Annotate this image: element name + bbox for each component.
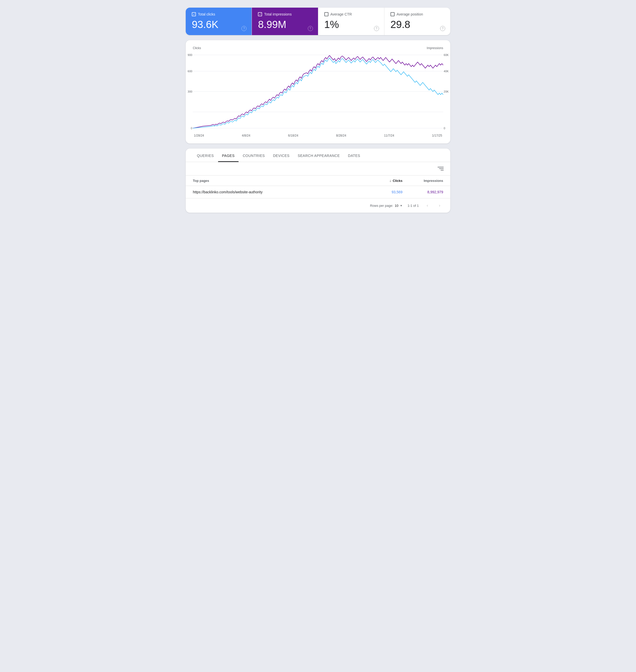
total-impressions-label: ✓ Total impressions <box>258 12 312 16</box>
table-card: QUERIES PAGES COUNTRIES DEVICES SEARCH A… <box>186 148 450 212</box>
avg-position-help-icon[interactable]: ? <box>440 26 445 31</box>
left-axis-label: Clicks <box>193 46 201 50</box>
svg-text:0: 0 <box>191 127 192 130</box>
tab-devices[interactable]: DEVICES <box>269 148 294 162</box>
x-label-4: 8/28/24 <box>336 134 346 137</box>
total-impressions-checkbox[interactable]: ✓ <box>258 12 262 16</box>
chart-svg: 900 600 300 0 60K 40K 20K 0 <box>193 51 443 132</box>
total-clicks-label: ✓ Total clicks <box>192 12 245 16</box>
cell-url[interactable]: https://backlinko.com/tools/website-auth… <box>193 190 362 194</box>
svg-text:600: 600 <box>188 70 192 73</box>
metric-card-total-clicks[interactable]: ✓ Total clicks 93.6K ? <box>186 8 252 35</box>
total-clicks-value: 93.6K <box>192 19 245 30</box>
data-table: Top pages ↓ Clicks Impressions https://b… <box>186 176 450 198</box>
rows-dropdown-arrow-icon[interactable]: ▼ <box>400 204 402 207</box>
main-container: ✓ Total clicks 93.6K ? ✓ Total impressio… <box>186 8 450 212</box>
x-label-2: 4/8/24 <box>242 134 250 137</box>
total-impressions-value: 8.99M <box>258 19 312 30</box>
avg-ctr-help-icon[interactable]: ? <box>374 26 379 31</box>
metric-card-avg-position[interactable]: Average position 29.8 ? <box>384 8 450 35</box>
total-clicks-help-icon[interactable]: ? <box>241 26 246 31</box>
chart-card: Clicks Impressions 900 600 300 0 60K 40K… <box>186 40 450 143</box>
next-page-button[interactable]: › <box>436 202 443 209</box>
filter-icon[interactable] <box>437 165 444 172</box>
avg-ctr-value: 1% <box>324 19 378 30</box>
tab-dates[interactable]: DATES <box>344 148 364 162</box>
avg-position-value: 29.8 <box>391 19 444 30</box>
col-header-impressions: Impressions <box>402 179 443 183</box>
tab-queries[interactable]: QUERIES <box>193 148 218 162</box>
avg-ctr-checkbox[interactable] <box>324 12 329 16</box>
metric-card-total-impressions[interactable]: ✓ Total impressions 8.99M ? <box>252 8 318 35</box>
metric-card-row: ✓ Total clicks 93.6K ? ✓ Total impressio… <box>186 8 450 35</box>
total-impressions-help-icon[interactable]: ? <box>308 26 313 31</box>
chart-axes-labels: Clicks Impressions <box>193 46 443 50</box>
right-axis-label: Impressions <box>426 46 443 50</box>
chart-area: 900 600 300 0 60K 40K 20K 0 <box>193 51 443 132</box>
tabs: QUERIES PAGES COUNTRIES DEVICES SEARCH A… <box>186 148 450 162</box>
svg-text:20K: 20K <box>444 90 449 93</box>
table-row: https://backlinko.com/tools/website-auth… <box>186 186 450 198</box>
svg-text:900: 900 <box>188 54 192 57</box>
x-label-6: 1/17/25 <box>432 134 442 137</box>
svg-text:300: 300 <box>188 90 192 93</box>
rows-per-page-value: 10 <box>395 204 398 207</box>
page-info: 1-1 of 1 <box>408 204 419 207</box>
cell-clicks: 93,569 <box>362 190 402 194</box>
x-axis-labels: 1/28/24 4/8/24 6/18/24 8/28/24 11/7/24 1… <box>193 134 443 137</box>
avg-position-checkbox[interactable] <box>391 12 395 16</box>
col-header-clicks[interactable]: ↓ Clicks <box>362 179 402 183</box>
prev-page-button[interactable]: ‹ <box>424 202 431 209</box>
svg-text:40K: 40K <box>444 70 449 73</box>
x-label-3: 6/18/24 <box>288 134 298 137</box>
table-header-row: Top pages ↓ Clicks Impressions <box>186 176 450 186</box>
cell-impressions: 8,992,979 <box>402 190 443 194</box>
svg-text:0: 0 <box>444 127 445 130</box>
pagination: Rows per page: 10 ▼ 1-1 of 1 ‹ › <box>186 198 450 212</box>
tab-pages[interactable]: PAGES <box>218 148 239 162</box>
col-header-page: Top pages <box>193 179 362 183</box>
rows-per-page: Rows per page: 10 ▼ <box>370 204 402 207</box>
svg-text:60K: 60K <box>444 54 449 57</box>
x-label-5: 11/7/24 <box>384 134 394 137</box>
metric-card-avg-ctr[interactable]: Average CTR 1% ? <box>318 8 384 35</box>
sort-arrow-icon: ↓ <box>390 179 391 183</box>
avg-position-label: Average position <box>391 12 444 16</box>
filter-bar <box>186 162 450 176</box>
tab-search-appearance[interactable]: SEARCH APPEARANCE <box>294 148 344 162</box>
x-label-1: 1/28/24 <box>194 134 204 137</box>
total-clicks-checkbox[interactable]: ✓ <box>192 12 196 16</box>
tab-countries[interactable]: COUNTRIES <box>239 148 269 162</box>
avg-ctr-label: Average CTR <box>324 12 378 16</box>
